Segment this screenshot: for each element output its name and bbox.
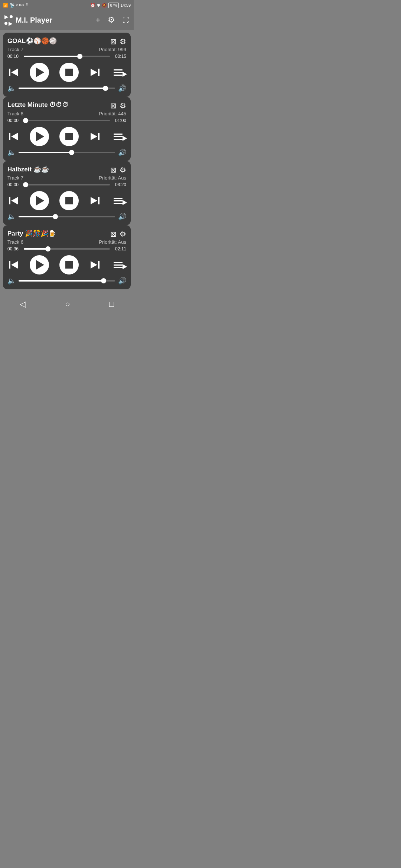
app-title: M.I. Player	[16, 16, 92, 24]
signal-icon: 📶	[3, 3, 8, 8]
play-button-goal[interactable]	[30, 63, 49, 82]
vol-low-icon-letzte-minute: 🔈	[7, 148, 16, 157]
svg-marker-2	[91, 69, 97, 76]
svg-rect-11	[98, 197, 100, 204]
prev-button-goal[interactable]	[7, 66, 19, 78]
next-button-letzte-minute[interactable]	[89, 131, 101, 142]
time-start-halbzeit: 00:00	[7, 182, 21, 187]
stop-button-letzte-minute[interactable]	[59, 127, 79, 146]
status-right: ⏰ ✱ 🔕 87% 14:59	[90, 3, 131, 8]
svg-rect-15	[98, 261, 100, 269]
player-card-letzte-minute: Letzte Minute ⏱⏱⏱ ⊠ ⚙ Track 8 Priorität:…	[3, 97, 131, 161]
play-button-letzte-minute[interactable]	[30, 127, 49, 146]
nav-bar: ◁ ○ □	[0, 295, 134, 313]
next-button-goal[interactable]	[89, 66, 101, 78]
settings-button[interactable]: ⚙	[108, 15, 115, 25]
vol-low-icon-halbzeit: 🔈	[7, 213, 16, 221]
fullscreen-button[interactable]: ⛶	[123, 16, 129, 24]
playlist-button-halbzeit[interactable]	[111, 195, 126, 207]
volume-bar-letzte-minute[interactable]	[19, 152, 115, 153]
vol-high-icon-halbzeit: 🔊	[118, 213, 126, 221]
card-track-halbzeit: Track 7	[7, 175, 23, 181]
svg-rect-0	[9, 69, 10, 76]
svg-rect-3	[98, 69, 100, 76]
time-start-party: 00:36	[7, 246, 21, 251]
home-button[interactable]: ○	[65, 299, 70, 309]
gear-icon-goal[interactable]: ⚙	[120, 37, 126, 46]
player-card-goal: GOAL⚽⚾🏀🏐 ⊠ ⚙ Track 7 Priorität: 999 00:1…	[3, 33, 131, 97]
time-start-goal: 00:10	[7, 54, 21, 59]
status-bar: 📶 📡 0 K/s ⠿ ⏰ ✱ 🔕 87% 14:59	[0, 0, 134, 10]
stop-button-goal[interactable]	[59, 63, 79, 82]
svg-rect-12	[9, 261, 10, 269]
scissor-icon-goal[interactable]: ⊠	[110, 37, 117, 46]
card-priority-party: Priorität: Aus	[99, 239, 126, 245]
progress-bar-party[interactable]	[24, 248, 110, 250]
player-card-party: Party 🎉🎊🎉🍺 ⊠ ⚙ Track 6 Priorität: Aus 00…	[3, 225, 131, 289]
add-button[interactable]: +	[95, 15, 100, 25]
bluetooth-icon: ✱	[97, 3, 100, 8]
play-button-party[interactable]	[30, 255, 49, 274]
header-icons: + ⚙ ⛶	[95, 15, 129, 25]
gear-icon-halbzeit[interactable]: ⚙	[120, 165, 126, 174]
card-track-party: Track 6	[7, 239, 23, 245]
main-content: GOAL⚽⚾🏀🏐 ⊠ ⚙ Track 7 Priorität: 999 00:1…	[0, 30, 134, 292]
apps-icon: ⠿	[26, 3, 29, 8]
play-button-halbzeit[interactable]	[30, 191, 49, 210]
card-priority-halbzeit: Priorität: Aus	[99, 175, 126, 181]
prev-button-party[interactable]	[7, 259, 19, 271]
svg-rect-7	[98, 133, 100, 140]
next-button-halbzeit[interactable]	[89, 195, 101, 207]
progress-bar-halbzeit[interactable]	[24, 184, 110, 185]
card-priority-goal: Priorität: 999	[99, 47, 126, 52]
data-speed: 0 K/s	[16, 3, 24, 7]
volume-bar-party[interactable]	[19, 280, 115, 282]
playlist-button-party[interactable]	[111, 259, 126, 271]
alarm-icon: ⏰	[90, 3, 95, 8]
players-container: GOAL⚽⚾🏀🏐 ⊠ ⚙ Track 7 Priorität: 999 00:1…	[3, 33, 131, 289]
prev-button-halbzeit[interactable]	[7, 195, 19, 207]
gear-icon-party[interactable]: ⚙	[120, 230, 126, 239]
playlist-button-letzte-minute[interactable]	[111, 131, 126, 142]
svg-marker-6	[91, 133, 97, 140]
svg-rect-4	[9, 133, 10, 140]
wifi-icon: 📡	[10, 3, 15, 8]
vol-high-icon-letzte-minute: 🔊	[118, 148, 126, 157]
vol-high-icon-party: 🔊	[118, 277, 126, 285]
time-end-halbzeit: 03:20	[113, 182, 126, 187]
vol-low-icon-party: 🔈	[7, 277, 16, 285]
scissor-icon-letzte-minute[interactable]: ⊠	[110, 101, 117, 110]
card-track-letzte-minute: Track 8	[7, 111, 23, 116]
scissor-icon-halbzeit[interactable]: ⊠	[110, 165, 117, 174]
next-button-party[interactable]	[89, 259, 101, 271]
svg-marker-14	[91, 261, 97, 269]
card-title-party: Party 🎉🎊🎉🍺	[7, 230, 56, 237]
stop-button-halbzeit[interactable]	[59, 191, 79, 210]
progress-bar-goal[interactable]	[24, 56, 110, 57]
battery-indicator: 87%	[108, 3, 119, 8]
volume-bar-goal[interactable]	[19, 88, 115, 89]
scissor-icon-party[interactable]: ⊠	[110, 230, 117, 239]
card-title-halbzeit: Halbzeit ☕☕	[7, 165, 49, 173]
mute-icon: 🔕	[102, 3, 107, 8]
card-title-goal: GOAL⚽⚾🏀🏐	[7, 37, 57, 45]
time-end-letzte-minute: 01:00	[113, 118, 126, 123]
app-header: ▶ ▶ M.I. Player + ⚙ ⛶	[0, 10, 134, 30]
stop-button-party[interactable]	[59, 255, 79, 274]
svg-marker-9	[11, 197, 18, 204]
svg-marker-13	[11, 261, 18, 269]
back-button[interactable]: ◁	[20, 299, 26, 309]
prev-button-letzte-minute[interactable]	[7, 131, 19, 142]
player-card-halbzeit: Halbzeit ☕☕ ⊠ ⚙ Track 7 Priorität: Aus 0…	[3, 161, 131, 225]
time-end-party: 02:11	[113, 246, 126, 251]
gear-icon-letzte-minute[interactable]: ⚙	[120, 101, 126, 110]
time-end-goal: 00:15	[113, 54, 126, 59]
recent-button[interactable]: □	[109, 299, 114, 309]
svg-marker-5	[11, 133, 18, 140]
vol-low-icon-goal: 🔈	[7, 84, 16, 92]
playlist-button-goal[interactable]	[111, 66, 126, 78]
volume-bar-halbzeit[interactable]	[19, 216, 115, 217]
svg-marker-1	[11, 69, 18, 76]
time-start-letzte-minute: 00:00	[7, 118, 21, 123]
progress-bar-letzte-minute[interactable]	[24, 120, 110, 121]
